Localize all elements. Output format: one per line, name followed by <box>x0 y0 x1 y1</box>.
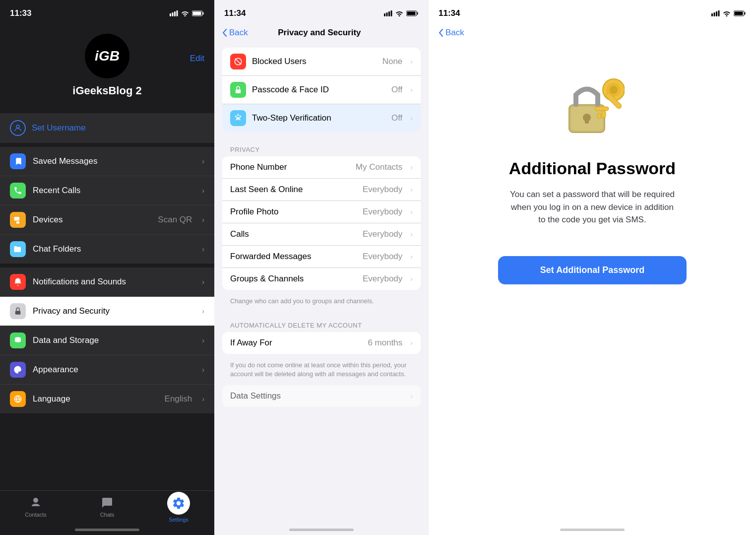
menu-section-2: Notifications and Sounds › Privacy and S… <box>0 268 214 413</box>
back-label-2: Back <box>229 28 248 38</box>
back-button-3[interactable]: Back <box>439 28 464 38</box>
passcode-value: Off <box>391 85 402 95</box>
chats-nav-icon <box>100 496 114 510</box>
chevron-icon: › <box>410 392 413 400</box>
nav-settings[interactable]: Settings <box>143 496 214 523</box>
data-settings-item[interactable]: Data Settings › <box>222 385 421 407</box>
if-away-for-item[interactable]: If Away For 6 months › <box>222 332 421 354</box>
set-username-row[interactable]: Set Username <box>0 113 214 143</box>
profile-photo-item[interactable]: Profile Photo Everybody › <box>222 201 421 223</box>
menu-section-1: Saved Messages › Recent Calls › Devices … <box>0 147 214 264</box>
notifications-icon <box>10 274 26 290</box>
privacy-section: Phone Number My Contacts › Last Seen & O… <box>222 156 421 290</box>
chevron-icon: › <box>410 339 413 347</box>
if-away-value: 6 months <box>368 338 402 348</box>
home-indicator-2 <box>289 529 354 531</box>
svg-rect-46 <box>597 114 601 119</box>
additional-password-description: You can set a password that will be requ… <box>508 188 677 226</box>
phone-number-value: My Contacts <box>356 162 402 172</box>
chats-nav-label: Chats <box>100 512 115 518</box>
additional-password-title: Additional Password <box>509 159 676 178</box>
menu-item-notifications[interactable]: Notifications and Sounds › <box>0 268 214 297</box>
blocked-users-item[interactable]: Blocked Users None › <box>222 48 421 76</box>
menu-item-saved-messages[interactable]: Saved Messages › <box>0 147 214 176</box>
signal-icon-3 <box>711 10 720 16</box>
menu-item-recent-calls[interactable]: Recent Calls › <box>0 176 214 205</box>
menu-item-privacy[interactable]: Privacy and Security › <box>0 297 214 326</box>
passcode-icon <box>230 82 246 98</box>
svg-rect-6 <box>193 12 201 15</box>
contacts-nav-label: Contacts <box>25 512 46 518</box>
wifi-icon-2 <box>395 10 403 16</box>
svg-rect-30 <box>714 12 715 16</box>
time-1: 11:33 <box>10 8 31 18</box>
status-icons-1 <box>170 10 204 16</box>
chat-folders-label: Chat Folders <box>33 244 195 254</box>
menu-item-chat-folders[interactable]: Chat Folders › <box>0 235 214 264</box>
svg-rect-20 <box>388 11 390 16</box>
devices-icon <box>10 212 26 228</box>
svg-rect-31 <box>716 11 717 16</box>
status-icons-2 <box>384 10 419 16</box>
groups-channels-item[interactable]: Groups & Channels Everybody › <box>222 268 421 290</box>
chevron-icon: › <box>202 336 204 344</box>
home-indicator-1 <box>75 529 139 531</box>
last-seen-item[interactable]: Last Seen & Online Everybody › <box>222 179 421 201</box>
wifi-icon <box>181 10 189 16</box>
set-username-icon <box>10 120 26 136</box>
chevron-icon: › <box>410 186 413 194</box>
forwarded-messages-value: Everybody <box>363 252 402 262</box>
edit-button[interactable]: Edit <box>190 54 204 64</box>
svg-rect-35 <box>735 12 743 15</box>
settings-nav-label: Settings <box>169 517 189 523</box>
panel-additional-password: 11:34 Back <box>429 0 756 535</box>
status-icons-3 <box>711 10 746 16</box>
groups-channels-value: Everybody <box>363 274 402 284</box>
menu-item-appearance[interactable]: Appearance › <box>0 355 214 385</box>
chevron-icon: › <box>202 216 204 224</box>
auto-delete-header: AUTOMATICALLY DELETE MY ACCOUNT <box>214 312 429 332</box>
back-button-2[interactable]: Back <box>222 28 248 38</box>
calls-item[interactable]: Calls Everybody › <box>222 223 421 246</box>
chevron-icon: › <box>410 58 413 66</box>
nav-contacts[interactable]: Contacts <box>0 496 71 518</box>
svg-point-14 <box>18 368 19 369</box>
chevron-icon: › <box>410 230 413 238</box>
svg-rect-24 <box>407 12 416 15</box>
passcode-label: Passcode & Face ID <box>252 85 385 95</box>
two-step-verification-item[interactable]: Two-Step Verification Off › <box>222 104 421 132</box>
forwarded-messages-item[interactable]: Forwarded Messages Everybody › <box>222 246 421 268</box>
auto-delete-footer: If you do not come online at least once … <box>214 358 429 385</box>
signal-icon <box>170 10 178 16</box>
calls-label: Calls <box>230 229 357 239</box>
two-step-icon <box>230 110 246 126</box>
svg-rect-3 <box>177 10 178 16</box>
avatar-logo: iGB <box>95 48 120 64</box>
blocked-users-icon <box>230 54 246 69</box>
chat-folders-icon <box>10 241 26 257</box>
menu-item-data-storage[interactable]: Data and Storage › <box>0 326 214 355</box>
menu-item-devices[interactable]: Devices Scan QR › <box>0 205 214 235</box>
svg-rect-18 <box>384 13 385 16</box>
two-step-label: Two-Step Verification <box>252 113 385 123</box>
status-bar-2: 11:34 <box>214 0 429 24</box>
chevron-icon: › <box>410 208 413 216</box>
svg-point-7 <box>16 125 19 128</box>
svg-rect-29 <box>711 13 713 16</box>
privacy-label: Privacy and Security <box>33 306 195 316</box>
chevron-icon: › <box>202 157 204 165</box>
appearance-label: Appearance <box>33 365 195 375</box>
data-storage-label: Data and Storage <box>33 335 195 345</box>
blocked-users-value: None <box>382 57 403 67</box>
chevron-icon: › <box>202 307 204 315</box>
set-additional-password-button[interactable]: Set Additional Password <box>498 256 687 284</box>
recent-calls-icon <box>10 183 26 199</box>
privacy-footer: Change who can add you to groups and cha… <box>214 294 429 312</box>
data-settings-section: Data Settings › <box>222 385 421 407</box>
status-bar-1: 11:33 <box>0 0 214 24</box>
nav-chats[interactable]: Chats <box>71 496 143 518</box>
menu-item-language[interactable]: Language English › <box>0 385 214 413</box>
language-icon <box>10 391 26 407</box>
passcode-faceid-item[interactable]: Passcode & Face ID Off › <box>222 76 421 104</box>
phone-number-item[interactable]: Phone Number My Contacts › <box>222 156 421 179</box>
